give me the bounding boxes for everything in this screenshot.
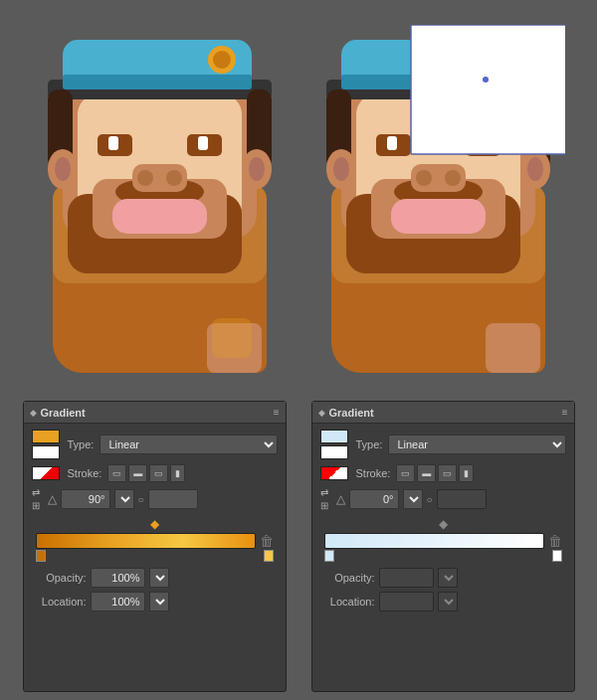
right-angle-row: ⇄ ⊞ △ ▼ ○ — [320, 487, 566, 511]
left-stroke-btn-2[interactable]: ▬ — [128, 464, 147, 482]
right-angle-input[interactable] — [349, 489, 399, 509]
svg-rect-16 — [112, 199, 207, 234]
right-opacity-dropdown[interactable]: ▼ — [438, 568, 458, 588]
right-arrows-icon: ⇄ — [320, 487, 328, 498]
left-circle-icon: ○ — [138, 494, 144, 505]
right-stop-right[interactable] — [552, 550, 562, 562]
left-location-row: Location: ▼ — [32, 592, 278, 612]
left-midpoint-diamond[interactable]: ◆ — [150, 517, 159, 531]
left-stroke-btn-4[interactable]: ▮ — [170, 464, 185, 482]
left-stroke-label: Stroke: — [68, 467, 102, 479]
right-stroke-diag-box[interactable] — [320, 466, 348, 480]
right-stroke-btn-3[interactable]: ▭ — [438, 464, 457, 482]
left-stop-right[interactable] — [264, 550, 274, 562]
right-panel-arrow-icon: ◆ — [318, 408, 325, 418]
right-opacity-input[interactable] — [379, 568, 434, 588]
right-stroke-btn-1[interactable]: ▭ — [396, 464, 415, 482]
right-stop-left[interactable] — [324, 550, 334, 562]
right-panel-menu-icon[interactable]: ≡ — [562, 407, 568, 418]
right-angle-dropdown[interactable]: ▼ — [403, 489, 423, 509]
right-circle-icon: ○ — [427, 494, 433, 505]
right-stroke-btn-2[interactable]: ▬ — [417, 464, 436, 482]
svg-rect-62 — [486, 323, 540, 373]
left-type-label: Type: — [68, 438, 95, 450]
right-stroke-buttons: ▭ ▬ ▭ ▮ — [396, 464, 474, 482]
left-aspect-input[interactable] — [148, 489, 198, 509]
right-angle-icons: ⇄ ⊞ — [320, 487, 328, 511]
left-opacity-dropdown[interactable]: ▼ — [149, 568, 169, 588]
svg-point-53 — [416, 170, 432, 186]
left-panel-title: Gradient — [41, 407, 86, 419]
right-color-box-bottom[interactable] — [320, 445, 348, 459]
svg-point-26 — [55, 157, 71, 181]
left-angle-dropdown[interactable]: ▼ — [114, 489, 134, 509]
right-panel-title: Gradient — [329, 407, 374, 419]
left-color-previews — [32, 430, 60, 459]
left-angle-input[interactable] — [61, 489, 110, 509]
app-container: ◆ Gradient ≡ Type: Linear Radial — [0, 0, 597, 700]
left-stroke-diag-box[interactable] — [32, 466, 60, 480]
svg-point-58 — [527, 157, 543, 181]
right-gradient-panel: ◆ Gradient ≡ Type: Linear Radial — [311, 401, 575, 692]
right-stroke-row: Stroke: ▭ ▬ ▭ ▮ — [320, 464, 566, 482]
left-midpoint-row: ◆ — [36, 517, 274, 531]
left-opacity-row: Opacity: ▼ — [32, 568, 278, 588]
right-gradient-track[interactable] — [324, 533, 544, 549]
right-stroke-btn-4[interactable]: ▮ — [459, 464, 474, 482]
left-location-dropdown[interactable]: ▼ — [149, 592, 169, 612]
left-color-box-bottom[interactable] — [32, 445, 60, 459]
right-stroke-label: Stroke: — [356, 467, 391, 479]
left-delete-icon[interactable]: 🗑 — [260, 533, 274, 549]
left-character-svg — [33, 25, 287, 393]
left-opacity-label: Opacity: — [32, 572, 87, 584]
svg-rect-59 — [411, 25, 565, 154]
svg-point-9 — [213, 51, 231, 69]
right-location-dropdown[interactable]: ▼ — [438, 592, 458, 612]
right-type-row: Type: Linear Radial — [320, 430, 566, 459]
right-panel-body: Type: Linear Radial Stroke: ▭ ▬ ▭ ▮ — [312, 424, 574, 617]
right-panel-title-bar: ◆ Gradient ≡ — [312, 402, 574, 424]
right-opacity-row: Opacity: ▼ — [320, 568, 566, 588]
left-panel-body: Type: Linear Radial Stroke: ▭ ▬ ▭ ▮ — [24, 424, 286, 617]
left-character-container — [33, 25, 287, 393]
svg-rect-30 — [212, 318, 252, 358]
left-arrows-icon: ⇄ — [32, 487, 40, 498]
left-color-box-top[interactable] — [32, 430, 60, 443]
left-angle-icons: ⇄ ⊞ — [32, 487, 40, 511]
left-panel-title-bar: ◆ Gradient ≡ — [24, 402, 286, 424]
right-location-label: Location: — [320, 596, 375, 608]
right-color-box-top[interactable] — [320, 430, 348, 443]
right-location-input[interactable] — [379, 592, 434, 612]
left-panel-menu-icon[interactable]: ≡ — [274, 407, 280, 418]
left-stop-left[interactable] — [36, 550, 46, 562]
left-gradient-track-container: ◆ 🗑 — [36, 517, 274, 562]
right-aspect-input[interactable] — [437, 489, 487, 509]
svg-point-57 — [333, 157, 349, 181]
right-midpoint-diamond[interactable]: ◆ — [439, 517, 448, 531]
svg-point-27 — [249, 157, 265, 181]
left-opacity-input[interactable] — [91, 568, 145, 588]
left-location-input[interactable] — [91, 592, 145, 612]
right-panel-title-left: ◆ Gradient — [318, 407, 374, 419]
left-stroke-btn-1[interactable]: ▭ — [107, 464, 126, 482]
right-angle-triangle-icon: △ — [336, 492, 345, 506]
right-link-icon: ⊞ — [320, 500, 328, 511]
left-gradient-panel: ◆ Gradient ≡ Type: Linear Radial — [23, 401, 287, 692]
right-delete-icon[interactable]: 🗑 — [548, 533, 562, 549]
panels-row: ◆ Gradient ≡ Type: Linear Radial — [0, 393, 597, 700]
left-stroke-btn-3[interactable]: ▭ — [149, 464, 168, 482]
right-location-row: Location: ▼ — [320, 592, 566, 612]
left-angle-row: ⇄ ⊞ △ ▼ ○ — [32, 487, 278, 511]
right-midpoint-row: ◆ — [324, 517, 562, 531]
left-panel-arrow-icon: ◆ — [30, 408, 37, 418]
svg-rect-50 — [387, 136, 397, 150]
right-opacity-label: Opacity: — [320, 572, 375, 584]
left-type-select[interactable]: Linear Radial — [100, 435, 277, 454]
left-stroke-buttons: ▭ ▬ ▭ ▮ — [107, 464, 185, 482]
left-track-row: 🗑 — [36, 533, 274, 549]
left-gradient-track[interactable] — [36, 533, 256, 549]
right-type-select[interactable]: Linear Radial — [388, 435, 565, 454]
left-stops-row — [36, 550, 274, 562]
svg-rect-20 — [198, 136, 208, 150]
svg-point-54 — [445, 170, 461, 186]
